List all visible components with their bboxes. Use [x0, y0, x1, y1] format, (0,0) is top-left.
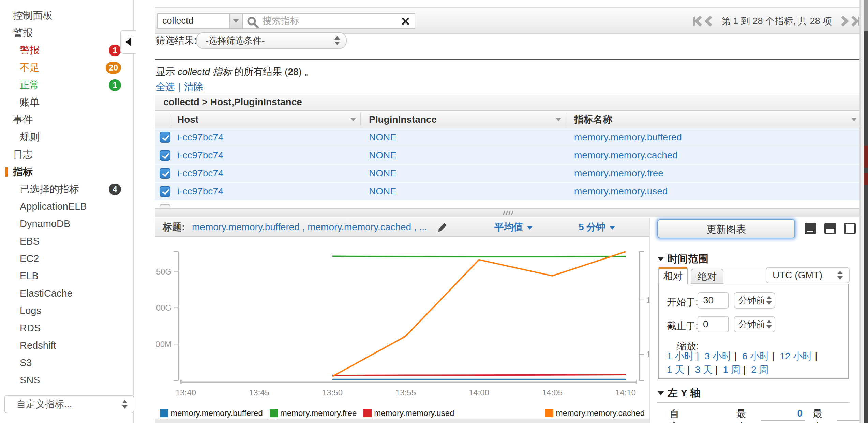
- sidebar-item[interactable]: DynamoDB: [0, 215, 133, 233]
- plugin-link[interactable]: NONE: [369, 203, 396, 208]
- sidebar-item[interactable]: 控制面板: [0, 7, 133, 24]
- host-link[interactable]: i-cc97bc74: [177, 164, 223, 182]
- first-page-button[interactable]: [692, 14, 704, 28]
- sidebar-item[interactable]: ELB: [0, 267, 133, 285]
- zoom-preset-link[interactable]: 2 周: [751, 364, 768, 375]
- svg-text:14:00: 14:00: [469, 388, 489, 397]
- zoom-preset-link[interactable]: 3 小时: [704, 351, 731, 361]
- metric-link[interactable]: memory.memory.buffered: [574, 203, 682, 208]
- plugin-link[interactable]: NONE: [369, 128, 396, 146]
- time-range-section-header[interactable]: 时间范围: [657, 252, 708, 266]
- sidebar-item[interactable]: RDS: [0, 319, 133, 337]
- sidebar-item[interactable]: 不足 20: [0, 59, 133, 76]
- sidebar-item[interactable]: ElastiCache: [0, 285, 133, 302]
- zoom-preset-link[interactable]: 12 小时: [780, 351, 812, 361]
- row-checkbox[interactable]: [160, 168, 170, 179]
- sidebar-item[interactable]: 事件: [0, 111, 133, 128]
- row-checkbox[interactable]: [160, 186, 170, 197]
- namespace-dropdown-button[interactable]: [229, 13, 243, 29]
- column-header-plugin[interactable]: PluginInstance: [369, 111, 437, 128]
- metric-link[interactable]: memory.memory.free: [574, 164, 663, 182]
- prev-page-button[interactable]: [704, 14, 714, 28]
- select-all-link[interactable]: 全选: [156, 81, 175, 92]
- host-link[interactable]: i-cc97bc74: [177, 183, 223, 200]
- table-row[interactable]: i-d9c4ab33 NONE memory.memory.buffered: [155, 201, 861, 208]
- end-value-input[interactable]: 0: [698, 316, 729, 332]
- plugin-link[interactable]: NONE: [369, 183, 396, 200]
- sidebar-item-label: ELB: [20, 270, 39, 281]
- zoom-preset-link[interactable]: 1 小时: [667, 351, 694, 361]
- zoom-preset-link[interactable]: 1 天: [667, 364, 684, 375]
- clear-selection-link[interactable]: 清除: [184, 81, 203, 92]
- sidebar-item[interactable]: 账单: [0, 94, 133, 111]
- sidebar-item[interactable]: 日志: [0, 146, 133, 163]
- table-row[interactable]: i-cc97bc74 NONE memory.memory.cached: [155, 146, 861, 164]
- search-input[interactable]: 搜索指标: [243, 13, 415, 29]
- statistic-dropdown[interactable]: 平均值: [494, 218, 533, 236]
- plugin-link[interactable]: NONE: [369, 164, 396, 182]
- end-unit-select[interactable]: 分钟前: [734, 316, 775, 332]
- edit-title-icon[interactable]: [437, 222, 448, 233]
- min-value-input[interactable]: 0: [761, 406, 805, 421]
- sidebar-item[interactable]: EBS: [0, 233, 133, 250]
- host-link[interactable]: i-cc97bc74: [177, 128, 223, 146]
- metric-line-chart[interactable]: 500M1.00G1.50G198M198M13:4013:4513:5013:…: [155, 237, 649, 407]
- clear-search-icon[interactable]: [401, 17, 409, 25]
- sort-arrow-icon[interactable]: [350, 118, 356, 121]
- plugin-link[interactable]: NONE: [369, 146, 396, 164]
- table-row[interactable]: i-cc97bc74 NONE memory.memory.used: [155, 183, 861, 201]
- zoom-preset-link[interactable]: 6 小时: [742, 351, 769, 361]
- row-checkbox[interactable]: [160, 204, 170, 208]
- chart-title[interactable]: memory.memory.buffered , memory.memory.c…: [192, 218, 427, 236]
- left-y-axis-section-header[interactable]: 左 Y 轴: [657, 386, 700, 400]
- namespace-filter-value[interactable]: collectd: [157, 13, 235, 29]
- metric-link[interactable]: memory.memory.cached: [574, 146, 678, 164]
- filter-select[interactable]: -选择筛选条件-: [196, 32, 347, 49]
- sort-arrow-icon[interactable]: [556, 118, 561, 121]
- sidebar-item[interactable]: 已选择的指标 4: [0, 181, 133, 198]
- next-page-button[interactable]: [839, 14, 850, 28]
- sort-arrow-icon[interactable]: [851, 118, 857, 121]
- no-legend-layout-icon[interactable]: [844, 223, 856, 234]
- sidebar-item-label: SNS: [20, 375, 40, 386]
- column-header-metric[interactable]: 指标名称: [574, 111, 612, 128]
- legend-split-layout-icon[interactable]: [824, 223, 836, 234]
- period-dropdown[interactable]: 5 分钟: [579, 218, 615, 236]
- sidebar-item[interactable]: 规则: [0, 128, 133, 146]
- tab-relative[interactable]: 相对: [658, 267, 688, 284]
- pane-splitter[interactable]: [155, 208, 861, 217]
- sidebar-item[interactable]: EC2: [0, 250, 133, 267]
- sidebar-item[interactable]: Logs: [0, 302, 133, 319]
- table-row[interactable]: i-cc97bc74 NONE memory.memory.buffered: [155, 128, 861, 146]
- scrollbar-thumb[interactable]: [864, 0, 868, 31]
- sidebar-collapse-tab[interactable]: [120, 30, 136, 54]
- row-checkbox[interactable]: [160, 150, 170, 161]
- host-link[interactable]: i-d9c4ab33: [177, 203, 225, 208]
- column-header-host[interactable]: Host: [177, 111, 198, 128]
- start-value-input[interactable]: 30: [698, 292, 729, 309]
- tab-absolute[interactable]: 绝对: [691, 269, 723, 284]
- host-link[interactable]: i-cc97bc74: [177, 146, 223, 164]
- metric-link[interactable]: memory.memory.used: [574, 183, 668, 200]
- sidebar-item[interactable]: Redshift: [0, 337, 133, 354]
- sidebar-item[interactable]: 正常 1: [0, 76, 133, 94]
- sidebar-item[interactable]: 警报: [0, 24, 133, 42]
- table-row[interactable]: i-cc97bc74 NONE memory.memory.free: [155, 164, 861, 183]
- count-badge: 1: [109, 79, 121, 91]
- start-unit-select[interactable]: 分钟前: [734, 292, 775, 309]
- sidebar-item[interactable]: 警报 1: [0, 42, 133, 59]
- zoom-preset-link[interactable]: 1 周: [723, 364, 740, 375]
- sidebar-item[interactable]: S3: [0, 354, 133, 372]
- row-checkbox[interactable]: [160, 132, 170, 143]
- sidebar-item-label: 指标: [13, 166, 33, 177]
- sidebar-item[interactable]: ApplicationELB: [0, 198, 133, 215]
- custom-metrics-select[interactable]: 自定义指标...: [4, 395, 134, 413]
- timezone-select[interactable]: UTC (GMT): [766, 267, 850, 283]
- legend-swatch: [160, 409, 168, 417]
- zoom-preset-link[interactable]: 3 天: [695, 364, 712, 375]
- update-graph-button[interactable]: 更新图表: [657, 219, 795, 238]
- sidebar-item[interactable]: SNS: [0, 372, 133, 389]
- legend-bottom-layout-icon[interactable]: [805, 223, 816, 234]
- sidebar-item[interactable]: 指标: [0, 163, 133, 181]
- metric-link[interactable]: memory.memory.buffered: [574, 128, 682, 146]
